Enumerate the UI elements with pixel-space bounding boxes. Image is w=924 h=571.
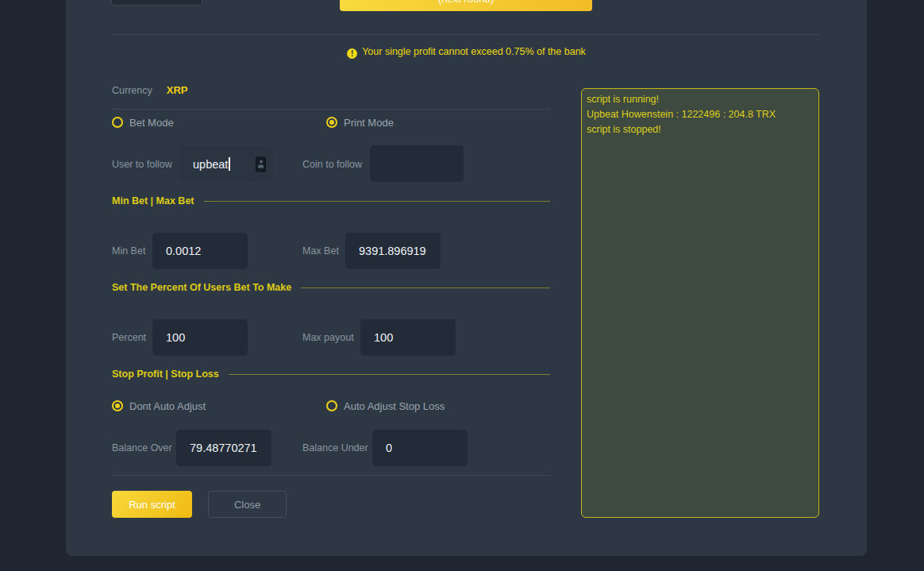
coin-to-follow-label: Coin to follow bbox=[302, 145, 362, 183]
radio-dont-auto-adjust[interactable]: Dont Auto Adjust bbox=[112, 399, 206, 412]
min-bet-label: Min Bet bbox=[112, 233, 145, 269]
balance-over-wrap bbox=[176, 430, 271, 466]
section-percent-title: Set The Percent Of Users Bet To Make bbox=[112, 282, 291, 293]
radio-bet-mode-label: Bet Mode bbox=[129, 117, 174, 129]
radio-icon bbox=[326, 400, 337, 411]
balance-over-label: Balance Over bbox=[112, 430, 172, 466]
max-payout-input[interactable] bbox=[360, 319, 456, 356]
currency-label: Currency bbox=[112, 85, 152, 96]
bet-next-round-button[interactable]: (next round) bbox=[340, 0, 592, 11]
radio-icon bbox=[112, 117, 123, 128]
divider bbox=[112, 109, 550, 110]
exclamation-circle-icon: ! bbox=[347, 48, 357, 59]
balance-under-input[interactable] bbox=[372, 430, 468, 466]
balance-over-input[interactable] bbox=[176, 430, 271, 466]
section-bet-limits-title: Min Bet | Max Bet bbox=[112, 195, 194, 206]
section-stop: Stop Profit | Stop Loss bbox=[112, 368, 550, 380]
section-bet-limits: Min Bet | Max Bet bbox=[112, 195, 550, 206]
currency-value: XRP bbox=[167, 84, 188, 96]
partial-input[interactable] bbox=[111, 0, 202, 6]
user-to-follow-wrap bbox=[179, 145, 273, 183]
radio-print-mode[interactable]: Print Mode bbox=[326, 116, 394, 129]
section-line bbox=[229, 374, 550, 375]
text-caret bbox=[229, 157, 230, 171]
user-to-follow-label: User to follow bbox=[112, 145, 172, 183]
percent-input[interactable] bbox=[152, 319, 248, 356]
percent-label: Percent bbox=[112, 319, 146, 356]
section-line bbox=[204, 201, 550, 202]
percent-wrap bbox=[152, 319, 248, 356]
balance-under-label: Balance Under bbox=[302, 430, 368, 466]
profit-warning: !Your single profit cannot exceed 0.75% … bbox=[66, 46, 867, 59]
balance-under-wrap bbox=[372, 430, 468, 466]
max-payout-label: Max payout bbox=[302, 319, 354, 356]
section-stop-title: Stop Profit | Stop Loss bbox=[112, 368, 219, 380]
radio-auto-adjust-stop-loss-label: Auto Adjust Stop Loss bbox=[344, 400, 445, 412]
radio-bet-mode[interactable]: Bet Mode bbox=[112, 116, 174, 129]
radio-print-mode-label: Print Mode bbox=[344, 117, 394, 129]
section-percent: Set The Percent Of Users Bet To Make bbox=[112, 282, 550, 293]
log-line: script is running! bbox=[587, 92, 814, 107]
profit-warning-text: Your single profit cannot exceed 0.75% o… bbox=[362, 46, 586, 57]
min-bet-wrap bbox=[152, 233, 248, 269]
coin-to-follow-wrap bbox=[370, 145, 464, 182]
close-button[interactable]: Close bbox=[208, 491, 287, 518]
divider bbox=[112, 475, 550, 476]
log-line: Upbeat Howenstein : 1222496 : 204.8 TRX bbox=[587, 107, 814, 122]
divider bbox=[112, 34, 820, 35]
max-bet-label: Max Bet bbox=[302, 233, 339, 269]
max-bet-wrap bbox=[345, 233, 441, 269]
max-bet-input[interactable] bbox=[345, 233, 441, 269]
log-line: script is stopped! bbox=[587, 122, 814, 137]
radio-auto-adjust-stop-loss[interactable]: Auto Adjust Stop Loss bbox=[326, 399, 445, 412]
radio-icon bbox=[326, 117, 337, 128]
coin-to-follow-input[interactable] bbox=[370, 145, 464, 182]
script-log: script is running!Upbeat Howenstein : 12… bbox=[581, 88, 819, 518]
script-settings-panel: (next round) !Your single profit cannot … bbox=[66, 0, 867, 556]
radio-icon bbox=[112, 400, 123, 411]
currency-row: Currency XRP bbox=[112, 84, 187, 96]
min-bet-input[interactable] bbox=[152, 233, 248, 269]
section-line bbox=[301, 287, 550, 288]
autofill-contact-icon[interactable] bbox=[256, 156, 266, 172]
radio-dont-auto-adjust-label: Dont Auto Adjust bbox=[129, 400, 206, 412]
max-payout-wrap bbox=[360, 319, 456, 356]
run-script-button[interactable]: Run script bbox=[112, 491, 192, 518]
